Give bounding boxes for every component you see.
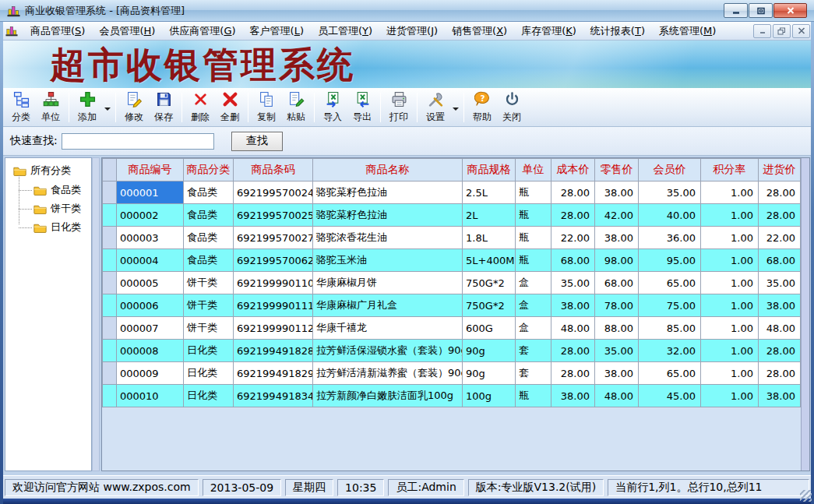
grid-cell[interactable]: 35.00 — [639, 182, 701, 204]
menu-item[interactable]: 系统管理(M) — [652, 22, 723, 40]
grid-cell[interactable]: 骆驼玉米油 — [313, 249, 463, 272]
menu-item[interactable]: 员工管理(Y) — [311, 22, 379, 40]
grid-cell[interactable]: 套 — [516, 362, 551, 385]
copy-button[interactable]: 复制 — [252, 90, 281, 125]
mdi-minimize-button[interactable] — [753, 24, 771, 38]
menu-item[interactable]: 商品管理(S) — [23, 22, 92, 40]
column-header[interactable]: 商品分类 — [184, 159, 234, 182]
grid-cell[interactable]: 1.00 — [701, 272, 759, 294]
grid-cell[interactable]: 38.00 — [551, 294, 595, 317]
grid-cell[interactable]: 000007 — [117, 317, 184, 340]
panel-splitter[interactable] — [92, 157, 100, 471]
grid-cell[interactable]: 盒 — [516, 317, 551, 340]
column-header[interactable]: 会员价 — [639, 159, 701, 182]
grid-cell[interactable]: 6921995700246 — [234, 182, 313, 204]
grid-cell[interactable]: 40.00 — [639, 204, 701, 227]
grid-cell[interactable]: 65.00 — [639, 272, 701, 294]
row-header[interactable] — [103, 385, 117, 407]
units-button[interactable]: 单位 — [36, 90, 65, 125]
grid-cell[interactable]: 华康麻椒广月礼盒 — [313, 294, 463, 317]
grid-cell[interactable]: 拉芳新颜净白嫩肤洁面乳100g — [313, 385, 463, 407]
grid-cell[interactable]: 1.00 — [701, 227, 759, 249]
grid-cell[interactable]: 套 — [516, 340, 551, 362]
close-button[interactable]: 关闭 — [497, 90, 527, 125]
row-header[interactable] — [103, 182, 117, 204]
grid-cell[interactable]: 35.00 — [595, 340, 639, 362]
grid-cell[interactable]: 38.00 — [595, 362, 639, 385]
table-row[interactable]: 000003食品类6921995700277骆驼浓香花生油1.8L瓶22.003… — [103, 227, 801, 249]
grid-cell[interactable]: 88.00 — [595, 317, 639, 340]
tree-item[interactable]: 食品类 — [19, 179, 91, 198]
edit-button[interactable]: 修改 — [119, 90, 149, 125]
grid-cell[interactable]: 1.00 — [701, 182, 759, 204]
save-button[interactable]: 保存 — [149, 90, 178, 125]
grid-cell[interactable]: 000002 — [117, 204, 184, 227]
row-header[interactable] — [103, 204, 117, 227]
delete-button[interactable]: 删除 — [185, 90, 215, 125]
grid-cell[interactable]: 1.00 — [701, 385, 759, 407]
table-row[interactable]: 000002食品类6921995700253骆驼菜籽色拉油2L瓶28.0042.… — [103, 204, 801, 227]
add-button[interactable]: 添加 — [72, 90, 102, 125]
grid-cell[interactable]: 瓶 — [516, 385, 551, 407]
grid-cell[interactable]: 1.00 — [701, 362, 759, 385]
row-header[interactable] — [103, 317, 117, 340]
grid-cell[interactable]: 32.00 — [639, 340, 701, 362]
grid-cell[interactable]: 1.00 — [701, 204, 759, 227]
table-row[interactable]: 000005饼干类6921999901106华康麻椒月饼750G*2盒35.00… — [103, 272, 801, 294]
grid-cell[interactable]: 28.00 — [759, 204, 801, 227]
tree-item[interactable]: 饼干类 — [19, 198, 91, 217]
column-header[interactable]: 商品规格 — [463, 159, 516, 182]
grid-cell[interactable]: 拉芳鲜活清新滋养蜜（套装）90g — [313, 362, 463, 385]
grid-cell[interactable]: 48.00 — [759, 317, 801, 340]
grid-cell[interactable]: 45.00 — [639, 385, 701, 407]
row-header[interactable] — [103, 227, 117, 249]
delete-all-button[interactable]: 全删 — [215, 90, 245, 125]
grid-cell[interactable]: 000009 — [117, 362, 184, 385]
grid-cell[interactable]: 6921995700277 — [234, 227, 313, 249]
grid-cell[interactable]: 骆驼菜籽色拉油 — [313, 182, 463, 204]
table-row[interactable]: 000004食品类6921995700628骆驼玉米油5L+400ML瓶68.0… — [103, 249, 801, 272]
grid-cell[interactable]: 日化类 — [184, 340, 234, 362]
tree-item[interactable]: 日化类 — [19, 217, 91, 235]
row-header[interactable] — [103, 362, 117, 385]
grid-cell[interactable]: 日化类 — [184, 385, 234, 407]
grid-cell[interactable]: 拉芳鲜活保湿锁水蜜（套装）90g — [313, 340, 463, 362]
grid-cell[interactable]: 28.00 — [551, 362, 595, 385]
grid-cell[interactable]: 65.00 — [639, 362, 701, 385]
quick-search-input[interactable] — [62, 133, 214, 150]
grid-cell[interactable]: 盒 — [516, 272, 551, 294]
settings-button[interactable]: 设置 — [421, 90, 450, 125]
grid-cell[interactable]: 瓶 — [516, 249, 551, 272]
grid-cell[interactable]: 000005 — [117, 272, 184, 294]
grid-cell[interactable]: 68.00 — [759, 249, 801, 272]
menu-item[interactable]: 供应商管理(G) — [162, 22, 242, 40]
column-header[interactable]: 进货价 — [759, 159, 801, 182]
mdi-restore-button[interactable] — [773, 24, 791, 38]
grid-cell[interactable]: 华康千禧龙 — [313, 317, 463, 340]
row-header[interactable] — [103, 340, 117, 362]
grid-cell[interactable]: 2.5L — [463, 182, 516, 204]
grid-cell[interactable]: 750G*2 — [463, 272, 516, 294]
grid-cell[interactable]: 6921999901113 — [234, 294, 313, 317]
grid-cell[interactable]: 38.00 — [759, 294, 801, 317]
grid-cell[interactable]: 1.00 — [701, 249, 759, 272]
grid-cell[interactable]: 36.00 — [639, 227, 701, 249]
help-button[interactable]: ?帮助 — [467, 90, 497, 125]
grid-cell[interactable]: 华康麻椒月饼 — [313, 272, 463, 294]
grid-cell[interactable]: 28.00 — [551, 204, 595, 227]
grid-cell[interactable]: 1.00 — [701, 294, 759, 317]
close-button[interactable] — [773, 3, 807, 18]
grid-cell[interactable]: 000008 — [117, 340, 184, 362]
grid-cell[interactable]: 28.00 — [551, 340, 595, 362]
menu-item[interactable]: 客户管理(L) — [243, 22, 311, 40]
grid-cell[interactable]: 22.00 — [759, 227, 801, 249]
grid-cell[interactable]: 瓶 — [516, 182, 551, 204]
import-button[interactable]: 导入 — [318, 90, 347, 125]
grid-cell[interactable]: 35.00 — [759, 272, 801, 294]
grid-cell[interactable]: 38.00 — [595, 182, 639, 204]
grid-cell[interactable]: 6921994918345 — [234, 385, 313, 407]
grid-cell[interactable]: 1.00 — [701, 340, 759, 362]
grid-cell[interactable]: 食品类 — [184, 227, 234, 249]
menu-item[interactable]: 库存管理(K) — [514, 22, 583, 40]
grid-cell[interactable]: 5L+400ML — [463, 249, 516, 272]
